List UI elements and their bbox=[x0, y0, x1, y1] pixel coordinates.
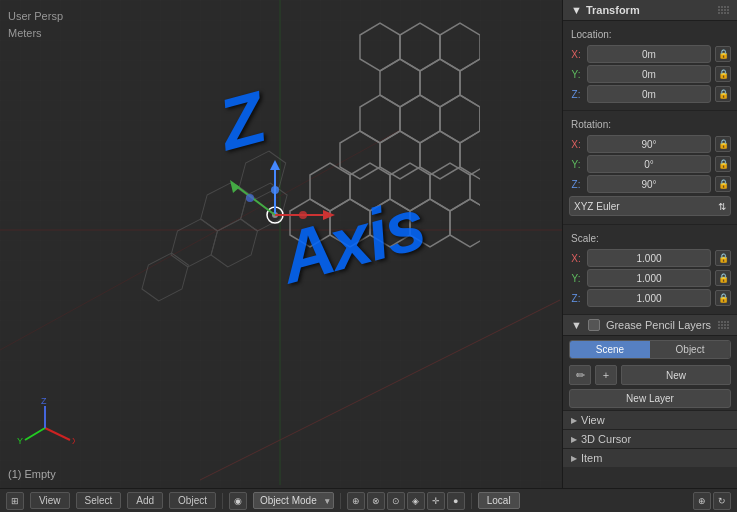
rot-y-axis: Y: bbox=[569, 159, 583, 170]
loc-y-axis: Y: bbox=[569, 69, 583, 80]
right-icon-1[interactable]: ⊕ bbox=[693, 492, 711, 510]
rot-y-row: Y: 0° 🔒 bbox=[563, 154, 737, 174]
local-btn[interactable]: Local bbox=[478, 492, 520, 509]
viewport-info: User Persp Meters bbox=[8, 8, 63, 41]
rotation-section: Rotation: X: 90° 🔒 Y: 0° 🔒 Z: 90° 🔒 XYZ … bbox=[563, 111, 737, 225]
rot-z-input[interactable]: 90° bbox=[587, 175, 711, 193]
loc-z-axis: Z: bbox=[569, 89, 583, 100]
tab-scene[interactable]: Scene bbox=[570, 341, 650, 358]
rot-y-lock[interactable]: 🔒 bbox=[715, 156, 731, 172]
add-menu-btn[interactable]: Add bbox=[127, 492, 163, 509]
svg-text:X: X bbox=[72, 436, 75, 446]
scale-x-input[interactable]: 1.000 bbox=[587, 249, 711, 267]
location-section: Location: X: 0m 🔒 Y: 0m 🔒 Z: 0m 🔒 bbox=[563, 21, 737, 111]
svg-text:Z: Z bbox=[41, 398, 47, 406]
scale-x-axis: X: bbox=[569, 253, 583, 264]
svg-marker-13 bbox=[440, 95, 480, 143]
object-menu-btn[interactable]: Object bbox=[169, 492, 216, 509]
tab-object[interactable]: Object bbox=[650, 341, 730, 358]
mode-select-wrapper: Object Mode ▾ bbox=[253, 492, 334, 509]
rot-z-lock[interactable]: 🔒 bbox=[715, 176, 731, 192]
bottom-toolbar: ⊞ View Select Add Object ◉ Object Mode ▾… bbox=[0, 488, 737, 512]
gp-pen-icon-btn[interactable]: ✏ bbox=[569, 365, 591, 385]
loc-x-lock[interactable]: 🔒 bbox=[715, 46, 731, 62]
viewport-nav-icon[interactable]: ⊞ bbox=[6, 492, 24, 510]
gp-title: Grease Pencil Layers bbox=[606, 319, 711, 331]
gp-new-button[interactable]: New bbox=[621, 365, 731, 385]
euler-label: XYZ Euler bbox=[574, 201, 620, 212]
toolbar-sep-3 bbox=[471, 493, 472, 509]
loc-x-row: X: 0m 🔒 bbox=[563, 44, 737, 64]
svg-point-44 bbox=[271, 186, 279, 194]
loc-y-row: Y: 0m 🔒 bbox=[563, 64, 737, 84]
svg-marker-7 bbox=[440, 23, 480, 71]
scale-z-input[interactable]: 1.000 bbox=[587, 289, 711, 307]
rot-y-input[interactable]: 0° bbox=[587, 155, 711, 173]
transform-panel-header: ▼ Transform bbox=[563, 0, 737, 21]
svg-marker-39 bbox=[270, 160, 280, 170]
3d-cursor-label: 3D Cursor bbox=[581, 433, 631, 445]
pivot-icon-btn[interactable]: ⊕ bbox=[347, 492, 365, 510]
svg-marker-9 bbox=[420, 59, 460, 107]
rot-x-lock[interactable]: 🔒 bbox=[715, 136, 731, 152]
select-menu-btn[interactable]: Select bbox=[76, 492, 122, 509]
euler-dropdown-icon: ⇅ bbox=[718, 201, 726, 212]
view-menu-btn[interactable]: View bbox=[30, 492, 70, 509]
svg-marker-10 bbox=[460, 59, 480, 107]
scale-y-input[interactable]: 1.000 bbox=[587, 269, 711, 287]
svg-marker-43 bbox=[230, 180, 240, 193]
rot-x-input[interactable]: 90° bbox=[587, 135, 711, 153]
toolbar-icon-cluster: ⊕ ⊗ ⊙ ◈ ✛ ● bbox=[347, 492, 465, 510]
view-expand-icon: ▶ bbox=[571, 416, 577, 425]
loc-y-lock[interactable]: 🔒 bbox=[715, 66, 731, 82]
gp-expand-icon: ▼ bbox=[571, 319, 582, 331]
3d-cursor-expand-icon: ▶ bbox=[571, 435, 577, 444]
scale-x-row: X: 1.000 🔒 bbox=[563, 248, 737, 268]
3d-cursor-subpanel[interactable]: ▶ 3D Cursor bbox=[563, 429, 737, 448]
gp-add-icon-btn[interactable]: + bbox=[595, 365, 617, 385]
scale-y-row: Y: 1.000 🔒 bbox=[563, 268, 737, 288]
svg-marker-6 bbox=[400, 23, 440, 71]
scale-z-axis: Z: bbox=[569, 293, 583, 304]
scale-z-lock[interactable]: 🔒 bbox=[715, 290, 731, 306]
overlay-icon-btn[interactable]: ◈ bbox=[407, 492, 425, 510]
proportional-icon-btn[interactable]: ⊙ bbox=[387, 492, 405, 510]
new-layer-label: New Layer bbox=[626, 393, 674, 404]
gp-tools-row: ✏ + New bbox=[563, 363, 737, 387]
right-icon-2[interactable]: ↻ bbox=[713, 492, 731, 510]
snap-icon-btn[interactable]: ⊗ bbox=[367, 492, 385, 510]
scale-z-row: Z: 1.000 🔒 bbox=[563, 288, 737, 308]
gp-new-layer-button[interactable]: New Layer bbox=[569, 389, 731, 408]
loc-z-lock[interactable]: 🔒 bbox=[715, 86, 731, 102]
location-label: Location: bbox=[563, 27, 737, 44]
gizmo-icon-btn[interactable]: ✛ bbox=[427, 492, 445, 510]
item-label: Item bbox=[581, 452, 602, 464]
svg-line-49 bbox=[25, 428, 45, 440]
right-icon-cluster: ⊕ ↻ bbox=[693, 492, 731, 510]
scale-section: Scale: X: 1.000 🔒 Y: 1.000 🔒 Z: 1.000 🔒 bbox=[563, 225, 737, 315]
rot-x-row: X: 90° 🔒 bbox=[563, 134, 737, 154]
gp-checkbox[interactable] bbox=[588, 319, 600, 331]
toolbar-sep-2 bbox=[340, 493, 341, 509]
loc-z-input[interactable]: 0m bbox=[587, 85, 711, 103]
scale-y-lock[interactable]: 🔒 bbox=[715, 270, 731, 286]
viewport[interactable]: Z Axis User Persp Meters X Y Z (1) Empty bbox=[0, 0, 562, 488]
svg-line-42 bbox=[235, 185, 275, 215]
empty-object-label: (1) Empty bbox=[8, 468, 56, 480]
toolbar-sep-1 bbox=[222, 493, 223, 509]
scale-x-lock[interactable]: 🔒 bbox=[715, 250, 731, 266]
mode-select[interactable]: Object Mode bbox=[253, 492, 334, 509]
transform-title: Transform bbox=[586, 4, 640, 16]
euler-select[interactable]: XYZ Euler ⇅ bbox=[569, 196, 731, 216]
shading-icon-btn[interactable]: ● bbox=[447, 492, 465, 510]
item-subpanel[interactable]: ▶ Item bbox=[563, 448, 737, 467]
view-subpanel[interactable]: ▶ View bbox=[563, 410, 737, 429]
view-unit-label: Meters bbox=[8, 25, 63, 42]
svg-point-46 bbox=[246, 194, 254, 202]
scale-y-axis: Y: bbox=[569, 273, 583, 284]
svg-marker-8 bbox=[380, 59, 420, 107]
svg-text:Y: Y bbox=[17, 436, 23, 446]
loc-z-row: Z: 0m 🔒 bbox=[563, 84, 737, 104]
loc-x-input[interactable]: 0m bbox=[587, 45, 711, 63]
loc-y-input[interactable]: 0m bbox=[587, 65, 711, 83]
